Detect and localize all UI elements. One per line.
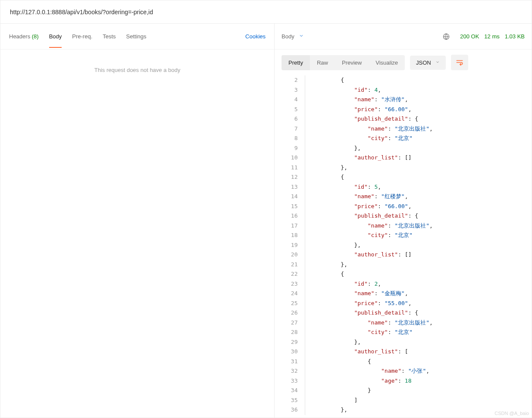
line-number: 2 (275, 75, 305, 85)
code-content[interactable]: "age": 18 (305, 376, 532, 386)
code-content[interactable]: "publish_detail": { (305, 114, 532, 124)
code-line: 4 "name": "水浒传", (275, 95, 532, 105)
code-content[interactable]: }, (305, 260, 532, 270)
code-content[interactable]: "publish_detail": { (305, 308, 532, 318)
view-pretty[interactable]: Pretty (282, 55, 310, 70)
url-bar (0, 0, 532, 24)
code-content[interactable]: "name": "红楼梦", (305, 192, 532, 202)
line-number: 6 (275, 114, 305, 124)
code-line: 20 "author_list": [] (275, 250, 532, 260)
request-pane: Headers (8) Body Pre-req. Tests Settings… (0, 24, 275, 418)
line-number: 36 (275, 405, 305, 415)
line-number: 27 (275, 318, 305, 328)
line-number: 4 (275, 95, 305, 105)
line-number: 16 (275, 211, 305, 221)
view-preview[interactable]: Preview (335, 55, 369, 70)
chevron-down-icon[interactable] (299, 33, 304, 40)
code-content[interactable]: }, (305, 337, 532, 347)
url-input[interactable] (10, 9, 522, 16)
line-number: 8 (275, 134, 305, 143)
code-content[interactable]: "name": "金瓶梅", (305, 289, 532, 299)
code-line: 7 "name": "北京出版社", (275, 124, 532, 134)
line-number: 10 (275, 153, 305, 163)
code-content[interactable]: "id": 5, (305, 182, 532, 192)
code-content[interactable]: "price": "66.00", (305, 105, 532, 115)
line-number: 33 (275, 376, 305, 386)
code-content[interactable]: { (305, 172, 532, 182)
line-number: 15 (275, 202, 305, 212)
code-content[interactable]: "id": 2, (305, 279, 532, 289)
code-line: 22 { (275, 269, 532, 279)
code-content[interactable]: }, (305, 240, 532, 250)
response-section-label[interactable]: Body (282, 33, 294, 40)
code-line: 25 "price": "55.00", (275, 299, 532, 309)
code-line: 23 "id": 2, (275, 279, 532, 289)
globe-icon[interactable] (443, 33, 450, 40)
view-visualize[interactable]: Visualize (369, 55, 405, 70)
code-content[interactable]: { (305, 357, 532, 367)
code-content[interactable]: "author_list": [] (305, 250, 532, 260)
code-content[interactable]: }, (305, 143, 532, 153)
line-number: 29 (275, 337, 305, 347)
response-toolbar: Pretty Raw Preview Visualize JSON (275, 50, 532, 75)
code-content[interactable]: "name": "水浒传", (305, 95, 532, 105)
line-number: 19 (275, 240, 305, 250)
line-number: 26 (275, 308, 305, 318)
code-content[interactable]: "name": "小张", (305, 366, 532, 376)
code-content[interactable]: "city": "北京" (305, 134, 532, 143)
code-content[interactable]: "name": "北京出版社", (305, 124, 532, 134)
code-line: 6 "publish_detail": { (275, 114, 532, 124)
code-content[interactable]: "name": "北京出版社", (305, 221, 532, 231)
code-line: 26 "publish_detail": { (275, 308, 532, 318)
line-number: 30 (275, 347, 305, 357)
view-raw[interactable]: Raw (310, 55, 335, 70)
line-number: 21 (275, 260, 305, 270)
code-content[interactable]: "price": "66.00", (305, 202, 532, 212)
code-content[interactable]: ] (305, 396, 532, 406)
code-line: 28 "city": "北京" (275, 328, 532, 337)
tab-settings[interactable]: Settings (121, 25, 152, 47)
response-header: Body 200 OK 12 ms 1.03 KB (275, 24, 532, 50)
code-content[interactable]: "author_list": [] (305, 153, 532, 163)
code-content[interactable]: "name": "北京出版社", (305, 318, 532, 328)
line-number: 14 (275, 192, 305, 202)
code-content[interactable]: { (305, 269, 532, 279)
code-line: 15 "price": "66.00", (275, 202, 532, 212)
code-line: 24 "name": "金瓶梅", (275, 289, 532, 299)
cookies-link[interactable]: Cookies (240, 25, 271, 47)
line-number: 9 (275, 143, 305, 153)
main-panes: Headers (8) Body Pre-req. Tests Settings… (0, 24, 532, 418)
code-content[interactable]: "id": 4, (305, 85, 532, 95)
code-line: 34 } (275, 386, 532, 396)
code-content[interactable]: "price": "55.00", (305, 299, 532, 309)
code-content[interactable]: "city": "北京" (305, 231, 532, 240)
line-number: 32 (275, 366, 305, 376)
code-line: 18 "city": "北京" (275, 231, 532, 240)
format-label: JSON (416, 59, 431, 66)
code-content[interactable]: "author_list": [ (305, 347, 532, 357)
tab-prereq[interactable]: Pre-req. (67, 25, 97, 47)
code-content[interactable]: } (305, 386, 532, 396)
code-line: 16 "publish_detail": { (275, 211, 532, 221)
line-number: 23 (275, 279, 305, 289)
line-number: 12 (275, 172, 305, 182)
code-content[interactable]: { (305, 75, 532, 85)
response-body[interactable]: 2 {3 "id": 4,4 "name": "水浒传",5 "price": … (275, 75, 532, 418)
code-line: 14 "name": "红楼梦", (275, 192, 532, 202)
code-line: 5 "price": "66.00", (275, 105, 532, 115)
line-number: 3 (275, 85, 305, 95)
code-content[interactable]: }, (305, 163, 532, 173)
no-body-message: This request does not have a body (9, 67, 266, 73)
tab-tests[interactable]: Tests (97, 25, 121, 47)
code-content[interactable]: "publish_detail": { (305, 211, 532, 221)
tab-body[interactable]: Body (44, 25, 67, 47)
code-line: 8 "city": "北京" (275, 134, 532, 143)
code-line: 17 "name": "北京出版社", (275, 221, 532, 231)
code-content[interactable]: "city": "北京" (305, 328, 532, 337)
format-dropdown[interactable]: JSON (410, 56, 446, 70)
tab-headers[interactable]: Headers (8) (4, 25, 44, 47)
wrap-lines-button[interactable] (451, 55, 468, 70)
line-number: 18 (275, 231, 305, 240)
line-number: 35 (275, 396, 305, 406)
code-line: 30 "author_list": [ (275, 347, 532, 357)
